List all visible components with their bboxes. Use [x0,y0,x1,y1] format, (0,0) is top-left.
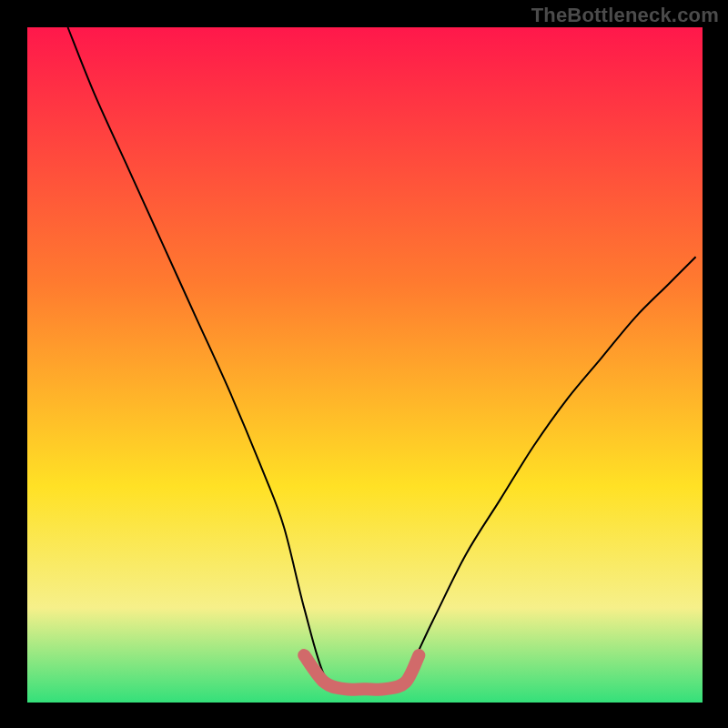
gradient-background [27,27,703,703]
bottleneck-chart [0,0,728,728]
chart-frame: TheBottleneck.com [0,0,728,728]
watermark-text: TheBottleneck.com [531,4,719,27]
